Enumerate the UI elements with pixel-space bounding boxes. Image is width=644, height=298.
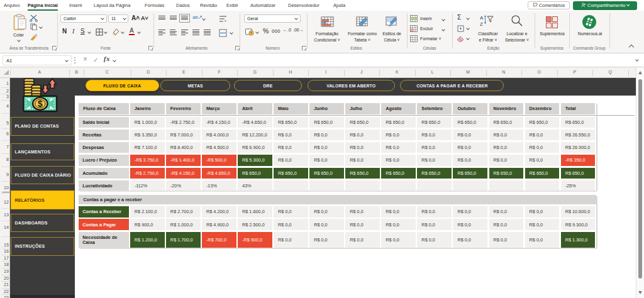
svg-text:A: A	[480, 15, 484, 21]
svg-text:Z: Z	[480, 21, 483, 27]
svg-text:$: $	[37, 99, 42, 109]
